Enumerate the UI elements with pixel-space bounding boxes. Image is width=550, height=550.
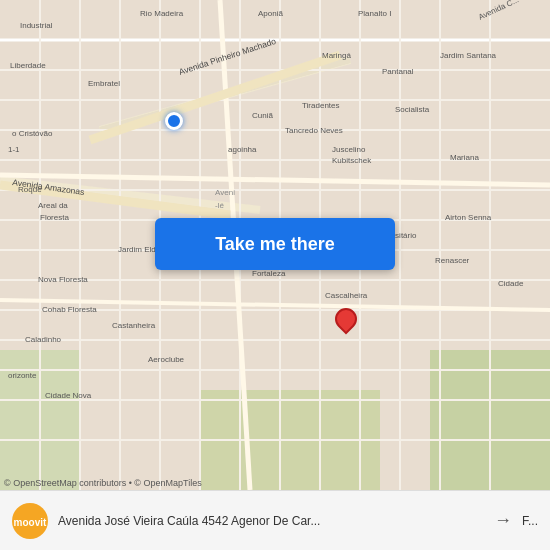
svg-text:Areal da: Areal da bbox=[38, 201, 68, 210]
svg-text:Tancredo Neves: Tancredo Neves bbox=[285, 126, 343, 135]
svg-text:Avení: Avení bbox=[215, 188, 236, 197]
footer-bar: moovit Avenida José Vieira Caúla 4542 Ag… bbox=[0, 490, 550, 550]
svg-text:agoinha: agoinha bbox=[228, 145, 257, 154]
moovit-logo: moovit bbox=[12, 503, 48, 539]
svg-text:1-1: 1-1 bbox=[8, 145, 20, 154]
map-container: Industrial Rio Madeira Aponiã Planalto I… bbox=[0, 0, 550, 490]
svg-text:o Cristóvão: o Cristóvão bbox=[12, 129, 53, 138]
svg-text:Pantanal: Pantanal bbox=[382, 67, 414, 76]
svg-text:Cascalheira: Cascalheira bbox=[325, 291, 368, 300]
svg-text:Embratel: Embratel bbox=[88, 79, 120, 88]
footer-destination-text: F... bbox=[522, 514, 538, 528]
take-me-there-button[interactable]: Take me there bbox=[155, 218, 395, 270]
svg-text:Jardim Santana: Jardim Santana bbox=[440, 51, 497, 60]
svg-text:Industrial: Industrial bbox=[20, 21, 53, 30]
svg-text:moovit: moovit bbox=[14, 517, 47, 528]
button-label: Take me there bbox=[215, 234, 335, 255]
svg-text:Castanheira: Castanheira bbox=[112, 321, 156, 330]
current-location-dot bbox=[165, 112, 183, 130]
svg-text:Kubitschek: Kubitschek bbox=[332, 156, 372, 165]
svg-text:Maringá: Maringá bbox=[322, 51, 351, 60]
svg-text:Renascer: Renascer bbox=[435, 256, 470, 265]
svg-text:Cidade: Cidade bbox=[498, 279, 524, 288]
destination-pin bbox=[335, 308, 357, 330]
svg-text:Liberdade: Liberdade bbox=[10, 61, 46, 70]
svg-text:Planalto I: Planalto I bbox=[358, 9, 391, 18]
svg-text:Juscelino: Juscelino bbox=[332, 145, 366, 154]
map-attribution: © OpenStreetMap contributors • © OpenMap… bbox=[4, 478, 202, 488]
svg-text:Nova Floresta: Nova Floresta bbox=[38, 275, 88, 284]
svg-text:Mariana: Mariana bbox=[450, 153, 479, 162]
svg-text:Fortaleza: Fortaleza bbox=[252, 269, 286, 278]
svg-text:Floresta: Floresta bbox=[40, 213, 69, 222]
svg-text:Aeroclube: Aeroclube bbox=[148, 355, 185, 364]
svg-text:Socialista: Socialista bbox=[395, 105, 430, 114]
svg-text:Caladinho: Caladinho bbox=[25, 335, 62, 344]
svg-text:-lé: -lé bbox=[215, 201, 224, 210]
footer-arrow-icon: → bbox=[494, 510, 512, 531]
svg-text:Cuniã: Cuniã bbox=[252, 111, 273, 120]
svg-text:Cidade Nova: Cidade Nova bbox=[45, 391, 92, 400]
svg-text:Cohab Floresta: Cohab Floresta bbox=[42, 305, 97, 314]
svg-text:Airton Senna: Airton Senna bbox=[445, 213, 492, 222]
svg-text:Rio Madeira: Rio Madeira bbox=[140, 9, 184, 18]
svg-text:Aponiã: Aponiã bbox=[258, 9, 283, 18]
footer-source-text: Avenida José Vieira Caúla 4542 Agenor De… bbox=[58, 514, 484, 528]
svg-text:Roque: Roque bbox=[18, 185, 42, 194]
svg-text:Tiradentes: Tiradentes bbox=[302, 101, 340, 110]
svg-text:orizonte: orizonte bbox=[8, 371, 37, 380]
